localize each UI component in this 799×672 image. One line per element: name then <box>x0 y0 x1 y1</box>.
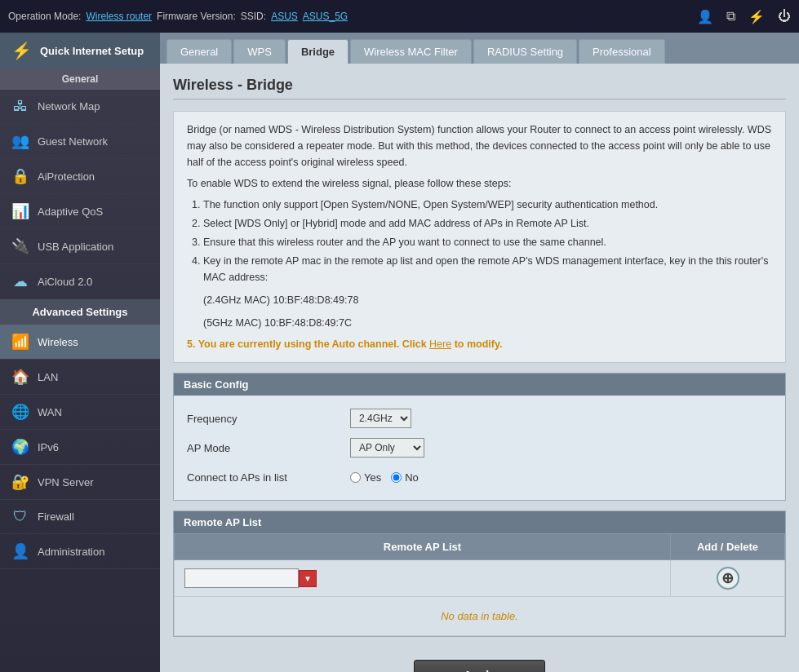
usb-icon[interactable]: ⚡ <box>748 9 765 24</box>
aicloud-label: AiCloud 2.0 <box>38 276 92 288</box>
frequency-row: Frequency 2.4GHz 5GHz <box>174 404 785 433</box>
aiprotection-label: AiProtection <box>38 170 95 183</box>
remote-ap-input[interactable] <box>184 568 299 588</box>
remote-ap-table-header-row: Remote AP List Add / Delete <box>175 534 785 560</box>
power-icon[interactable]: ⏻ <box>778 9 791 24</box>
steps-list: The function only support [Open System/N… <box>203 197 772 285</box>
aiprotection-icon: 🔒 <box>11 167 29 185</box>
step-1: The function only support [Open System/N… <box>203 197 772 213</box>
guest-network-icon: 👥 <box>11 132 29 150</box>
connect-no-option[interactable]: No <box>391 471 419 484</box>
connect-yes-option[interactable]: Yes <box>350 471 381 484</box>
ap-mode-control: AP Only WDS Only Hybrid <box>350 438 424 458</box>
usb-application-label: USB Application <box>38 241 113 253</box>
remote-ap-dropdown-arrow[interactable]: ▼ <box>299 570 317 587</box>
sidebar-item-wireless[interactable]: 📶 Wireless <box>0 325 160 360</box>
frequency-control: 2.4GHz 5GHz <box>350 409 411 428</box>
step-4: Key in the remote AP mac in the remote a… <box>203 253 772 285</box>
ssid-5g[interactable]: ASUS_5G <box>303 11 348 22</box>
top-bar-info: Operation Mode: Wireless router Firmware… <box>8 11 348 22</box>
remote-ap-section: Remote AP List Remote AP List Add / Dele… <box>173 511 786 637</box>
remote-ap-input-group: ▼ <box>184 568 660 588</box>
connect-no-label: No <box>405 471 419 484</box>
remote-ap-body: Remote AP List Add / Delete ▼ <box>174 533 785 636</box>
user-icon[interactable]: 👤 <box>697 9 713 24</box>
sidebar-item-firewall[interactable]: 🛡 Firewall <box>0 500 160 534</box>
add-ap-button[interactable]: ⊕ <box>717 567 739 590</box>
remote-ap-header: Remote AP List <box>174 511 785 533</box>
mac-info-24: (2.4GHz MAC) 10:BF:48:D8:49:78 <box>203 292 772 308</box>
adaptive-qos-label: Adaptive QoS <box>38 206 103 218</box>
tab-wireless-mac-filter[interactable]: Wireless MAC Filter <box>350 39 472 64</box>
basic-config-header: Basic Config <box>174 374 785 396</box>
sidebar-item-guest-network[interactable]: 👥 Guest Network <box>0 124 160 159</box>
col-add-delete: Add / Delete <box>671 534 785 560</box>
wan-label: WAN <box>38 406 62 418</box>
firmware-label: Firmware Version: <box>157 11 236 22</box>
warning-here-link[interactable]: Here <box>429 338 451 350</box>
sidebar: ⚡ Quick Internet Setup General 🖧 Network… <box>0 33 160 672</box>
apply-button[interactable]: Apply <box>414 660 545 672</box>
content-area: Wireless - Bridge Bridge (or named WDS -… <box>160 64 799 672</box>
connect-yes-label: Yes <box>364 471 381 484</box>
tab-radius-setting[interactable]: RADIUS Setting <box>473 39 577 64</box>
operation-mode-value[interactable]: Wireless router <box>86 11 152 22</box>
sidebar-item-network-map[interactable]: 🖧 Network Map <box>0 90 160 124</box>
ipv6-label: IPv6 <box>38 441 59 453</box>
basic-config-body: Frequency 2.4GHz 5GHz AP Mode AP O <box>174 396 785 500</box>
remote-ap-table: Remote AP List Add / Delete ▼ <box>174 533 785 636</box>
aicloud-icon: ☁ <box>11 272 29 290</box>
wan-icon: 🌐 <box>11 403 29 421</box>
ap-mode-label: AP Mode <box>187 442 350 454</box>
tab-wps[interactable]: WPS <box>233 39 286 64</box>
no-data-cell: No data in table. <box>175 597 785 636</box>
copy-icon[interactable]: ⧉ <box>726 9 735 24</box>
warning-container: 5. You are currently using the Auto chan… <box>187 336 772 352</box>
ap-mode-select[interactable]: AP Only WDS Only Hybrid <box>350 438 424 458</box>
basic-config-section: Basic Config Frequency 2.4GHz 5GHz AP Mo… <box>173 373 786 501</box>
no-data-text: No data in table. <box>184 603 775 629</box>
remote-ap-input-cell: ▼ <box>175 560 671 597</box>
connect-aps-label: Connect to APs in list <box>187 471 350 484</box>
wireless-label: Wireless <box>38 336 78 348</box>
lan-label: LAN <box>38 371 58 383</box>
main-content: General WPS Bridge Wireless MAC Filter R… <box>160 33 799 672</box>
remote-ap-input-row: ▼ ⊕ <box>175 560 785 597</box>
advanced-settings-title: Advanced Settings <box>0 299 160 325</box>
sidebar-item-aiprotection[interactable]: 🔒 AiProtection <box>0 159 160 194</box>
warning-suffix: to modify. <box>455 338 503 350</box>
connect-yes-radio[interactable] <box>350 472 361 483</box>
operation-mode-label: Operation Mode: <box>8 11 81 22</box>
mac-info-5g: (5GHz MAC) 10:BF:48:D8:49:7C <box>203 315 772 331</box>
remote-ap-nodata-row: No data in table. <box>175 597 785 636</box>
sidebar-item-lan[interactable]: 🏠 LAN <box>0 360 160 395</box>
sidebar-item-adaptive-qos[interactable]: 📊 Adaptive QoS <box>0 194 160 229</box>
administration-icon: 👤 <box>11 542 29 560</box>
sidebar-item-ipv6[interactable]: 🌍 IPv6 <box>0 430 160 465</box>
frequency-select[interactable]: 2.4GHz 5GHz <box>350 409 411 428</box>
administration-label: Administration <box>38 546 104 558</box>
layout: ⚡ Quick Internet Setup General 🖧 Network… <box>0 33 799 672</box>
step-2: Select [WDS Only] or [Hybrid] mode and a… <box>203 215 772 232</box>
top-bar-icons: 👤 ⧉ ⚡ ⏻ <box>697 9 791 24</box>
connect-no-radio[interactable] <box>391 472 402 483</box>
usb-application-icon: 🔌 <box>11 237 29 255</box>
ap-mode-row: AP Mode AP Only WDS Only Hybrid <box>174 433 785 462</box>
tab-professional[interactable]: Professional <box>579 39 665 64</box>
warning-step5-text: 5. You are currently using the Auto chan… <box>187 338 429 350</box>
description-para1: Bridge (or named WDS - Wireless Distribu… <box>187 122 772 170</box>
sidebar-item-wan[interactable]: 🌐 WAN <box>0 395 160 430</box>
ipv6-icon: 🌍 <box>11 438 29 456</box>
tab-bridge[interactable]: Bridge <box>287 39 348 64</box>
tab-general[interactable]: General <box>166 39 232 64</box>
sidebar-item-aicloud[interactable]: ☁ AiCloud 2.0 <box>0 264 160 299</box>
quick-setup-item[interactable]: ⚡ Quick Internet Setup <box>0 33 160 69</box>
ssid-24ghz[interactable]: ASUS <box>271 11 298 22</box>
sidebar-item-vpn-server[interactable]: 🔐 VPN Server <box>0 465 160 500</box>
guest-network-label: Guest Network <box>38 135 108 148</box>
description-para2: To enable WDS to extend the wireless sig… <box>187 175 772 192</box>
wireless-icon: 📶 <box>11 333 29 351</box>
sidebar-item-administration[interactable]: 👤 Administration <box>0 534 160 569</box>
sidebar-item-usb-application[interactable]: 🔌 USB Application <box>0 229 160 264</box>
top-bar: Operation Mode: Wireless router Firmware… <box>0 0 799 33</box>
